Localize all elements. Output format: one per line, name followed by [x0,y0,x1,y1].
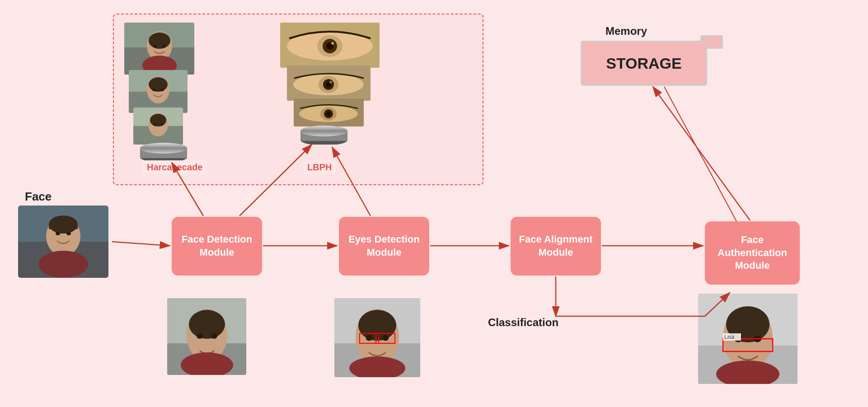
diagram-container: Memory STORAGE Face [0,0,868,407]
eyes-detection-module: Eyes Detection Module [339,217,429,276]
svg-point-57 [197,333,203,339]
face-alignment-module: Face Alignment Module [511,217,601,276]
svg-point-43 [330,81,332,84]
svg-point-13 [153,45,157,48]
svg-point-59 [205,342,209,346]
harcascade-label: Harcasecade [142,160,207,174]
svg-point-64 [358,310,396,341]
svg-line-91 [664,87,737,221]
svg-point-66 [382,335,389,341]
svg-point-20 [153,89,156,91]
face-thumb-2 [129,70,188,113]
svg-point-37 [331,42,334,45]
face-detection-module: Face Detection Module [172,217,262,276]
svg-point-27 [160,124,163,126]
svg-point-8 [38,251,88,278]
svg-point-26 [153,124,156,126]
svg-point-48 [326,112,331,116]
eye-thumb-2 [287,65,371,101]
svg-point-65 [366,335,373,341]
classification-label: Classification [488,316,558,329]
svg-point-52 [300,126,347,136]
lbph-cylinder [299,122,349,146]
storage-box: STORAGE [581,41,707,86]
eye-detected-face-output [334,298,420,377]
svg-text:Lisa: Lisa [724,334,734,340]
svg-point-6 [56,232,60,235]
memory-label: Memory [605,25,647,37]
svg-point-56 [189,310,225,339]
storage-label: STORAGE [606,55,682,72]
harcascade-cylinder [139,139,188,164]
face-auth-module: Face Authentication Module [705,221,800,285]
face-input-image [18,206,108,278]
svg-point-25 [150,114,166,126]
svg-line-90 [653,87,750,220]
svg-point-69 [375,344,380,348]
svg-point-14 [162,45,166,48]
svg-point-31 [140,143,187,154]
svg-point-21 [161,89,164,91]
authenticated-face-output: Lisa [698,294,798,384]
eye-thumb-1 [280,23,380,68]
lbph-label: LBPH [303,160,336,174]
svg-point-12 [149,33,170,49]
face-label: Face [25,190,52,204]
svg-rect-5 [49,225,78,229]
svg-point-58 [211,333,217,339]
svg-point-19 [149,77,168,92]
svg-line-83 [112,242,170,246]
svg-point-7 [66,232,71,235]
face-thumb-1 [124,23,194,75]
detected-face-output [167,298,246,375]
